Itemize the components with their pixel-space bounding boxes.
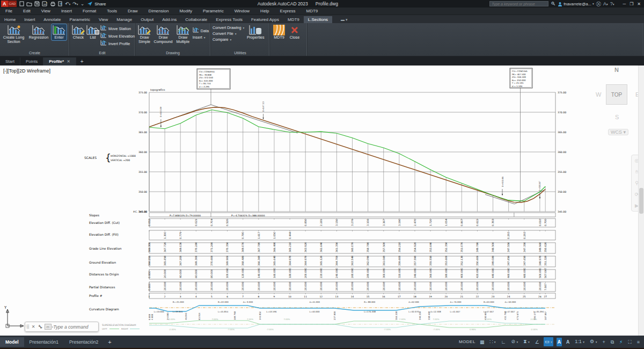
viewcube-west[interactable]: W [596, 91, 602, 98]
autodesk-apps-icon[interactable]: A▾ [603, 1, 608, 7]
drawing-canvas[interactable]: [-][Top][2D Wireframe] 375.00375.00370.0… [0, 66, 644, 336]
search-input[interactable] [489, 1, 548, 6]
panel-title-utilities[interactable]: Utilities [211, 50, 269, 56]
panel-title-edit[interactable]: Edit [70, 50, 135, 56]
viewcube-north[interactable]: N [614, 67, 619, 73]
open-folder-icon[interactable] [26, 1, 32, 6]
viewport-controls[interactable]: [-][Top][2D Wireframe] [3, 68, 50, 74]
scrollbar-thumb[interactable] [639, 188, 643, 214]
restore-button[interactable]: ❐ [630, 2, 633, 6]
ribbon-tab-addins[interactable]: Add-ins [158, 16, 181, 23]
viewcube-south[interactable]: S [615, 114, 619, 120]
convert-drawing-dropdown[interactable]: Convert Drawing▾ [213, 25, 244, 30]
plus-icon[interactable]: + [601, 338, 606, 346]
panel-title-create[interactable]: Create [0, 50, 69, 56]
menu-modify[interactable]: Modify [174, 9, 197, 13]
layout-tab-presentacion1[interactable]: Presentación1 [24, 337, 64, 347]
clean-screen-icon[interactable]: ⛶ [627, 338, 632, 346]
list-button[interactable]: List [86, 24, 99, 40]
draw-simple-button[interactable]: Draw Simple [137, 24, 152, 45]
file-tab-points[interactable]: Points [20, 57, 43, 66]
autoscale-icon[interactable]: 𝐀 [565, 338, 570, 346]
menu-express[interactable]: Express [275, 9, 301, 13]
command-bar-grip[interactable]: ⣿ [25, 324, 30, 329]
regression-button[interactable]: Regression [27, 24, 50, 40]
ribbon-tab-annotate[interactable]: Annotate [39, 16, 65, 23]
ribbon-tab-view[interactable]: View [94, 16, 112, 23]
new-layout-button[interactable]: + [104, 338, 115, 346]
menu-mdt9[interactable]: MDT9 [301, 9, 323, 13]
file-tab-profile[interactable]: Profile* ✕ [43, 57, 76, 66]
isodraft-icon[interactable]: ⧗ ▾ [522, 337, 531, 346]
viewcube[interactable]: N W E S TOP WCS ▾ [589, 67, 644, 135]
insert-dropdown[interactable]: Insert▾ [193, 35, 209, 40]
ribbon-tab-lsections[interactable]: L.Sections [304, 16, 332, 23]
save-as-icon[interactable] [42, 1, 48, 6]
mdt9-button[interactable]: MDT9 [272, 24, 287, 40]
panel-title-drawing[interactable]: Drawing [135, 50, 210, 56]
osnap-icon[interactable]: ▭ ▾ [544, 337, 553, 346]
close-button[interactable]: ✕ [637, 2, 641, 6]
ortho-icon[interactable]: ∟ [500, 338, 507, 346]
menu-draw[interactable]: Draw [122, 9, 143, 13]
menu-format[interactable]: Format [77, 9, 101, 13]
ribbon-tab-manage[interactable]: Manage [112, 16, 136, 23]
graphics-performance-icon[interactable]: ⚡︎ [618, 338, 624, 346]
new-file-icon[interactable] [19, 1, 24, 6]
minimize-button[interactable]: ─ [623, 2, 626, 6]
share-button[interactable]: Share [87, 2, 106, 6]
draw-multiple-button[interactable]: Draw Multiple [174, 24, 192, 45]
ribbon-tab-featured-apps[interactable]: Featured Apps [247, 16, 283, 23]
redo-icon[interactable]: ↷▾ [72, 1, 78, 7]
check-button[interactable]: Check [71, 24, 85, 40]
ribbon-tab-home[interactable]: Home [0, 16, 20, 23]
new-drawing-tab-button[interactable]: + [76, 57, 88, 66]
move-station-button[interactable]: Move Station [100, 25, 135, 32]
move-elevation-button[interactable]: Move Elevation [100, 33, 135, 39]
menu-parametric[interactable]: Parametric [197, 9, 229, 13]
draw-compound-button[interactable]: Draw Compound [153, 24, 173, 45]
autocad-logo-icon[interactable]: ACAD [1, 1, 15, 7]
properties-button[interactable]: Properties [245, 24, 266, 40]
isolate-icon[interactable]: ⧉ [610, 338, 615, 346]
layout-tab-model[interactable]: Model [0, 337, 24, 347]
ribbon-tab-output[interactable]: Output [136, 16, 158, 23]
workspace-gear-icon[interactable]: ⚙ ▾ [589, 337, 598, 346]
menu-insert[interactable]: Insert [56, 9, 77, 13]
enter-button[interactable]: Enter [52, 24, 67, 40]
menu-edit[interactable]: Edit [18, 9, 36, 13]
command-input[interactable] [53, 324, 95, 330]
menu-window[interactable]: Window [229, 9, 255, 13]
ribbon-tab-insert[interactable]: Insert [20, 16, 39, 23]
menu-tools[interactable]: Tools [101, 9, 122, 13]
convert-file-dropdown[interactable]: Convert File▾ [213, 31, 244, 36]
osnap-tracking-icon[interactable]: ∠ [534, 338, 540, 346]
wcs-dropdown[interactable]: WCS ▾ [608, 129, 628, 135]
model-space-toggle[interactable]: MODEL [459, 339, 475, 344]
annotation-visibility-icon[interactable]: 𝐀 [557, 338, 562, 346]
ribbon-tab-express-tools[interactable]: Express Tools [211, 16, 247, 23]
data-button[interactable]: Data [193, 27, 209, 34]
qat-customize-icon[interactable]: ⌄ [80, 1, 85, 6]
invert-profile-button[interactable]: Invert Profile [100, 40, 135, 47]
ribbon-collapse-icon[interactable]: ▬ ▾ [336, 17, 352, 23]
menu-file[interactable]: File [0, 9, 18, 13]
command-bar[interactable]: ⣿ ✕ 🔧︎ ▭ ▾ [25, 322, 99, 332]
close-tab-icon[interactable]: ✕ [67, 59, 70, 64]
menu-view[interactable]: View [36, 9, 56, 13]
create-long-section-button[interactable]: Create Long Section [2, 24, 26, 45]
customize-wrench-icon[interactable]: 🔧︎ [37, 324, 44, 330]
search-icon[interactable]: 🔍︎ [551, 1, 555, 6]
user-account[interactable]: fnavarrete@a...▾ [558, 2, 594, 6]
app-store-cart-icon[interactable]: ⛒ [596, 1, 601, 6]
grid-icon[interactable]: ▦ [479, 338, 486, 346]
help-icon[interactable]: ?▾ [610, 1, 614, 7]
undo-icon[interactable]: ↶▾ [65, 1, 70, 7]
file-tab-start[interactable]: Start [0, 57, 20, 66]
close-ribbon-button[interactable]: Close [288, 24, 302, 40]
polar-tracking-icon[interactable]: ⊘ ▾ [510, 337, 519, 346]
ribbon-tab-collaborate[interactable]: Collaborate [181, 16, 211, 23]
save-icon[interactable] [34, 1, 40, 6]
transfer-icon[interactable] [58, 1, 63, 6]
ribbon-tab-parametric[interactable]: Parametric [65, 16, 94, 23]
